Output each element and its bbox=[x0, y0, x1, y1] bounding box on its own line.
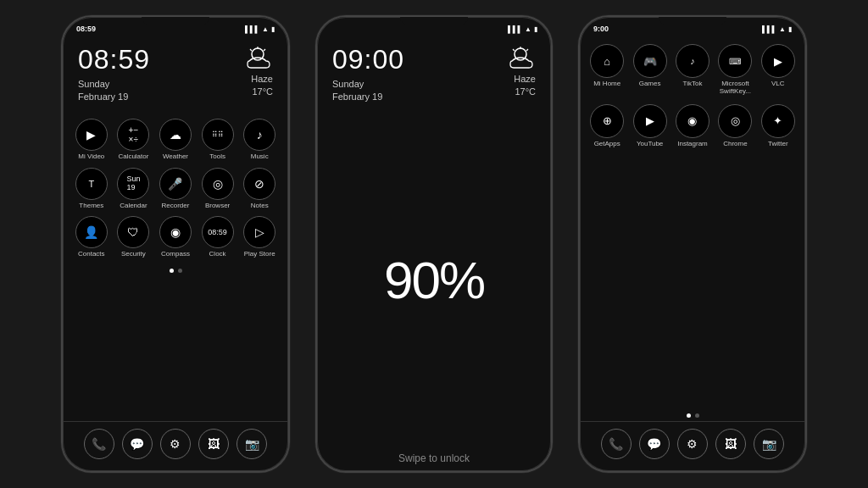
app-music[interactable]: ♪ Music bbox=[239, 119, 280, 161]
bottom-dock-1: 📞 💬 ⚙ 🖼 📷 bbox=[63, 421, 288, 471]
svg-line-2 bbox=[250, 49, 252, 51]
security-label: Security bbox=[121, 251, 146, 258]
app-notes[interactable]: ⊘ Notes bbox=[239, 168, 280, 210]
time-widget-1: 08:59 Sunday February 19 bbox=[78, 46, 150, 104]
main-time-1: 08:59 bbox=[78, 46, 150, 73]
phone-2: ▌▌▌ ▲ ▮ 09:00 Sunday February 19 bbox=[315, 15, 553, 473]
vlc-icon: ▶ bbox=[761, 44, 795, 78]
app-tools[interactable]: ⠿⠿ Tools bbox=[198, 119, 238, 161]
dock-gallery-3[interactable]: 🖼 bbox=[715, 429, 746, 459]
phone-1: 08:59 ▌▌▌ ▲ ▮ 08:59 Sunday February 19 bbox=[61, 15, 290, 473]
date-info-2: Sunday February 19 bbox=[332, 78, 404, 104]
weather-label: Weather bbox=[163, 153, 188, 161]
battery-icon: ▮ bbox=[271, 25, 275, 33]
weather-info-2: Haze 17°C bbox=[505, 73, 536, 99]
phone-content-3: ⌂ Mi Home 🎮 Games ♪ TikTok ⌨ Microsoft S… bbox=[580, 37, 805, 421]
app-games[interactable]: 🎮 Games bbox=[629, 44, 670, 96]
weather-info-1: Haze 17°C bbox=[242, 73, 273, 99]
dock-camera-1[interactable]: 📷 bbox=[236, 429, 267, 459]
app-getapps[interactable]: ⊕ GetApps bbox=[587, 104, 627, 148]
dock-gallery-1[interactable]: 🖼 bbox=[198, 429, 229, 459]
themes-label: Themes bbox=[79, 202, 103, 210]
calculator-icon: +−×÷ bbox=[117, 119, 149, 151]
page-dots-1 bbox=[63, 265, 288, 276]
app-calendar[interactable]: Sun19 Calendar bbox=[114, 168, 154, 210]
dot-3-2 bbox=[695, 413, 699, 418]
app-youtube[interactable]: ▶ YouTube bbox=[629, 104, 670, 148]
calendar-icon: Sun19 bbox=[117, 168, 149, 200]
phone-3: 9:00 ▌▌▌ ▲ ▮ ⌂ Mi Home 🎮 Games ♪ TikTok … bbox=[578, 15, 807, 473]
themes-icon: T bbox=[75, 168, 108, 200]
battery-icon-2: ▮ bbox=[534, 25, 537, 33]
app-playstore[interactable]: ▷ Play Store bbox=[239, 216, 280, 258]
twitter-label: Twitter bbox=[768, 141, 788, 148]
status-time-1: 08:59 bbox=[76, 25, 96, 33]
app-swiftkey[interactable]: ⌨ Microsoft SwiftKey... bbox=[715, 44, 755, 96]
time-widget-2: 09:00 Sunday February 19 bbox=[332, 46, 404, 104]
page-dots-3 bbox=[580, 410, 805, 421]
battery-icon-3: ▮ bbox=[788, 25, 792, 33]
app-vlc[interactable]: ▶ VLC bbox=[758, 44, 798, 96]
recorder-label: Recorder bbox=[162, 202, 190, 210]
dock-phone-1[interactable]: 📞 bbox=[84, 429, 114, 459]
app-tiktok[interactable]: ♪ TikTok bbox=[672, 44, 713, 96]
wifi-icon: ▲ bbox=[262, 25, 269, 33]
browser-label: Browser bbox=[205, 202, 230, 210]
dock-camera-3[interactable]: 📷 bbox=[754, 429, 784, 459]
tiktok-icon: ♪ bbox=[676, 44, 709, 78]
tools-label: Tools bbox=[209, 153, 225, 161]
chrome-icon: ◎ bbox=[718, 104, 752, 138]
dock-settings-1[interactable]: ⚙ bbox=[160, 429, 191, 459]
playstore-label: Play Store bbox=[244, 251, 275, 258]
app-weather[interactable]: ☁ Weather bbox=[155, 119, 196, 161]
playstore-icon: ▷ bbox=[243, 216, 275, 248]
dot-3-1 bbox=[687, 413, 691, 418]
mihome-icon: ⌂ bbox=[590, 44, 624, 78]
signal-icon-2: ▌▌▌ bbox=[508, 25, 522, 33]
dock-messages-1[interactable]: 💬 bbox=[122, 429, 153, 459]
battery-percent: 90% bbox=[317, 108, 551, 452]
signal-icon-3: ▌▌▌ bbox=[762, 25, 776, 33]
app-compass[interactable]: ◉ Compass bbox=[155, 216, 196, 258]
dock-settings-3[interactable]: ⚙ bbox=[677, 429, 708, 459]
games-label: Games bbox=[639, 80, 661, 88]
main-time-2: 09:00 bbox=[332, 46, 404, 73]
bottom-dock-3: 📞 💬 ⚙ 🖼 📷 bbox=[580, 421, 805, 471]
compass-label: Compass bbox=[161, 251, 190, 258]
status-time-3: 9:00 bbox=[593, 25, 609, 33]
app-calculator[interactable]: +−×÷ Calculator bbox=[114, 119, 154, 161]
mi-video-label: Mi Video bbox=[78, 153, 104, 161]
dock-messages-3[interactable]: 💬 bbox=[639, 429, 670, 459]
app-twitter[interactable]: ✦ Twitter bbox=[758, 104, 798, 148]
compass-icon: ◉ bbox=[159, 216, 192, 248]
games-icon: 🎮 bbox=[633, 44, 667, 78]
clock-icon: 08:59 bbox=[202, 216, 234, 248]
widget-area-2: 09:00 Sunday February 19 Haze 17°C bbox=[317, 37, 551, 108]
date-info-1: Sunday February 19 bbox=[78, 78, 150, 104]
app-contacts[interactable]: 👤 Contacts bbox=[71, 216, 112, 258]
status-bar-3: 9:00 ▌▌▌ ▲ ▮ bbox=[580, 17, 805, 37]
dot-2 bbox=[178, 269, 182, 273]
dot-1 bbox=[170, 269, 174, 273]
tools-icon: ⠿⠿ bbox=[202, 119, 234, 151]
app-instagram[interactable]: ◉ Instagram bbox=[672, 104, 713, 148]
widget-area-1: 08:59 Sunday February 19 Haze 17°C bbox=[63, 37, 288, 108]
vlc-label: VLC bbox=[771, 80, 785, 88]
app-grid-row1: ⌂ Mi Home 🎮 Games ♪ TikTok ⌨ Microsoft S… bbox=[580, 37, 805, 151]
contacts-label: Contacts bbox=[78, 251, 105, 258]
app-mi-video[interactable]: ▶ Mi Video bbox=[71, 119, 112, 161]
weather-widget-2: Haze 17°C bbox=[505, 46, 536, 99]
app-browser[interactable]: ◎ Browser bbox=[198, 168, 238, 210]
app-recorder[interactable]: 🎤 Recorder bbox=[155, 168, 196, 210]
app-clock[interactable]: 08:59 Clock bbox=[198, 216, 238, 258]
weather-icon: ☁ bbox=[159, 119, 192, 151]
app-themes[interactable]: T Themes bbox=[71, 168, 112, 210]
swipe-unlock-text[interactable]: Swipe to unlock bbox=[317, 452, 551, 471]
dock-phone-3[interactable]: 📞 bbox=[601, 429, 632, 459]
app-chrome[interactable]: ◎ Chrome bbox=[715, 104, 755, 148]
app-mihome[interactable]: ⌂ Mi Home bbox=[587, 44, 627, 96]
app-security[interactable]: 🛡 Security bbox=[114, 216, 154, 258]
notes-label: Notes bbox=[251, 202, 269, 210]
status-icons-2: ▌▌▌ ▲ ▮ bbox=[508, 25, 537, 33]
security-icon: 🛡 bbox=[117, 216, 149, 248]
